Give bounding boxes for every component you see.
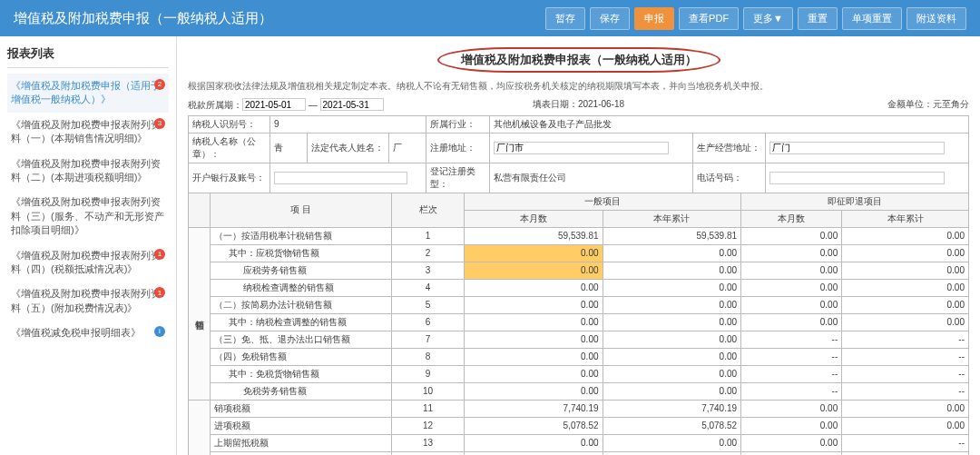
header-btn-2[interactable]: 申报	[634, 7, 674, 30]
phone-input[interactable]	[769, 172, 946, 184]
taxpayer-info-table: 纳税人识别号： 9 所属行业： 其他机械设备及电子产品批发 纳税人名称（公章）：…	[188, 115, 969, 193]
cell[interactable]: 0.00	[741, 296, 842, 313]
badge-icon: 3	[154, 118, 165, 129]
bank-input[interactable]	[274, 172, 407, 184]
cell[interactable]: 0.00	[741, 434, 842, 451]
cell[interactable]: 0.00	[741, 227, 842, 244]
cell[interactable]: 5,078.52	[603, 417, 741, 434]
section-tax: 税款计算	[189, 400, 211, 455]
table-row: 进项税额125,078.525,078.520.000.00	[189, 417, 969, 434]
cell[interactable]: 0.00	[842, 417, 969, 434]
prod-addr-input[interactable]	[769, 142, 946, 154]
sidebar-item-3[interactable]: 《增值税及附加税费申报表附列资料（三）(服务、不动产和无形资产扣除项目明细)》	[7, 190, 169, 242]
header-btn-4[interactable]: 更多▼	[743, 7, 793, 30]
cell[interactable]: 0.00	[465, 331, 603, 348]
badge-icon: 2	[154, 79, 165, 90]
cell[interactable]: 59,539.81	[603, 227, 741, 244]
cell[interactable]: --	[842, 348, 969, 365]
cell[interactable]: 0.00	[603, 313, 741, 331]
cell[interactable]: 0.00	[842, 262, 969, 279]
cell[interactable]: 0.00	[842, 400, 969, 417]
cell[interactable]: 0.00	[465, 313, 603, 331]
cell[interactable]: 0.00	[741, 417, 842, 434]
cell[interactable]: --	[741, 365, 842, 382]
badge-icon: 1	[154, 249, 165, 260]
cell[interactable]: 0.00	[603, 348, 741, 365]
cell[interactable]: 0.00	[842, 451, 969, 455]
period-from-input[interactable]	[242, 98, 306, 111]
cell[interactable]: 0.00	[465, 451, 603, 455]
cell[interactable]: 0.00	[842, 313, 969, 331]
cell[interactable]: 0.00	[842, 227, 969, 244]
currency-unit: 金额单位：元至角分	[720, 98, 969, 112]
cell[interactable]: 0.00	[603, 434, 741, 451]
sidebar-item-6[interactable]: 《增值税减免税申报明细表》i	[7, 321, 169, 345]
cell[interactable]: 0.00	[842, 244, 969, 262]
cell[interactable]: 0.00	[603, 451, 741, 455]
cell[interactable]: 0.00	[741, 279, 842, 296]
cell[interactable]: --	[842, 331, 969, 348]
header-btn-3[interactable]: 查看PDF	[679, 7, 739, 30]
cell[interactable]: 7,740.19	[603, 400, 741, 417]
tax-period: 税款所属期： —	[188, 98, 436, 112]
header-toolbar: 暂存保存申报查看PDF更多▼重置单项重置附送资料	[545, 7, 966, 30]
table-row: 应税劳务销售额30.000.000.000.00	[189, 262, 969, 279]
sidebar-item-5[interactable]: 《增值税及附加税费申报表附列资料（五）(附加税费情况表)》1	[7, 282, 169, 321]
cell[interactable]: 0.00	[465, 382, 603, 400]
table-row: 纳税检查调整的销售额40.000.000.000.00	[189, 279, 969, 296]
header-btn-5[interactable]: 重置	[798, 7, 838, 30]
period-to-input[interactable]	[320, 98, 384, 111]
header-btn-1[interactable]: 保存	[590, 7, 630, 30]
badge-icon: i	[154, 326, 165, 337]
cell[interactable]: 0.00	[741, 451, 842, 455]
cell[interactable]: --	[741, 348, 842, 365]
header-btn-6[interactable]: 单项重置	[842, 7, 902, 30]
cell[interactable]: --	[741, 331, 842, 348]
cell[interactable]: 0.00	[603, 244, 741, 262]
cell[interactable]: 5,078.52	[465, 417, 603, 434]
cell[interactable]: 0.00	[741, 244, 842, 262]
cell[interactable]: 7,740.19	[465, 400, 603, 417]
header-btn-7[interactable]: 附送资料	[906, 7, 966, 30]
sidebar-item-1[interactable]: 《增值税及附加税费申报表附列资料（一）(本期销售情况明细)》3	[7, 113, 169, 152]
cell[interactable]: --	[842, 382, 969, 400]
cell[interactable]: 0.00	[465, 262, 603, 279]
sidebar-item-2[interactable]: 《增值税及附加税费申报表附列资料（二）(本期进项税额明细)》	[7, 152, 169, 191]
cell[interactable]: 0.00	[603, 331, 741, 348]
meta-period-row: 税款所属期： — 填表日期：2021-06-18 金额单位：元至角分	[188, 98, 969, 112]
table-row: 进项税额转出140.000.000.000.00	[189, 451, 969, 455]
cell[interactable]: 0.00	[465, 365, 603, 382]
sidebar-item-4[interactable]: 《增值税及附加税费申报表附列资料（四）(税额抵减情况表)》1	[7, 243, 169, 282]
declaration-table: 项 目 栏次 一般项目 即征即退项目 本月数 本年累计 本月数 本年累计 销售额…	[188, 193, 969, 456]
reg-addr-input[interactable]	[494, 142, 669, 154]
cell[interactable]: 0.00	[741, 400, 842, 417]
cell[interactable]: --	[842, 365, 969, 382]
header-btn-0[interactable]: 暂存	[545, 7, 585, 30]
cell[interactable]: 0.00	[842, 296, 969, 313]
cell[interactable]: 0.00	[603, 279, 741, 296]
cell[interactable]: 59,539.81	[465, 227, 603, 244]
sidebar: 报表列表 《增值税及附加税费申报（适用于增值税一般纳税人）》2《增值税及附加税费…	[0, 36, 177, 455]
cell[interactable]: 0.00	[465, 348, 603, 365]
table-row: （二）按简易办法计税销售额50.000.000.000.00	[189, 296, 969, 313]
table-row: 其中：免税货物销售额90.000.00----	[189, 365, 969, 382]
table-row: 免税劳务销售额100.000.00----	[189, 382, 969, 400]
cell[interactable]: 0.00	[465, 244, 603, 262]
cell[interactable]: 0.00	[741, 262, 842, 279]
badge-icon: 1	[154, 287, 165, 298]
cell[interactable]: 0.00	[603, 365, 741, 382]
cell[interactable]: 0.00	[603, 296, 741, 313]
cell[interactable]: 0.00	[741, 313, 842, 331]
cell[interactable]: 0.00	[603, 262, 741, 279]
sidebar-heading: 报表列表	[7, 45, 169, 68]
form-title: 增值税及附加税费申报表（一般纳税人适用）	[437, 47, 720, 73]
cell[interactable]: 0.00	[842, 279, 969, 296]
cell[interactable]: --	[741, 382, 842, 400]
cell[interactable]: 0.00	[465, 279, 603, 296]
form-note: 根据国家税收法律法规及增值税相关规定制定本表。纳税人不论有无销售额，均应按税务机…	[188, 80, 969, 93]
cell[interactable]: 0.00	[465, 434, 603, 451]
sidebar-item-0[interactable]: 《增值税及附加税费申报（适用于增值税一般纳税人）》2	[7, 74, 169, 113]
cell[interactable]: --	[842, 434, 969, 451]
cell[interactable]: 0.00	[603, 382, 741, 400]
cell[interactable]: 0.00	[465, 296, 603, 313]
